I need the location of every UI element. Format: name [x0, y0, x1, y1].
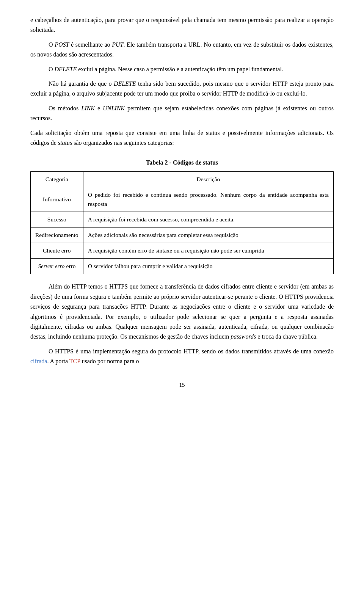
desc-server-erro: O servidor falhou para cumprir e validar…: [83, 259, 333, 274]
table-header-row: Categoria Descrição: [31, 172, 334, 187]
col-header-description: Descrição: [83, 172, 333, 187]
paragraph-1: e cabeçalhos de autenticação, para prova…: [30, 15, 334, 35]
status-codes-table: Categoria Descrição Informativo O pedido…: [30, 171, 334, 274]
col-header-category: Categoria: [31, 172, 83, 187]
paragraph-6: Cada solicitação obtém uma reposta que c…: [30, 128, 334, 148]
table-row: Sucesso A requisição foi recebida com su…: [31, 212, 334, 227]
page: e cabeçalhos de autenticação, para prova…: [0, 0, 364, 593]
desc-redirecionamento: Ações adicionais são necessárias para co…: [83, 227, 333, 243]
paragraph-4: Não há garantia de que o DELETE tenha si…: [30, 79, 334, 99]
table-row: Informativo O pedido foi recebido e cont…: [31, 187, 334, 212]
cifrada-link: cifrada: [30, 358, 47, 364]
category-sucesso: Sucesso: [31, 212, 83, 227]
tcp-text: TCP: [69, 358, 80, 364]
page-number: 15: [30, 382, 334, 388]
category-cliente-erro: Cliente erro: [31, 243, 83, 259]
desc-informativo: O pedido foi recebido e continua sendo p…: [83, 187, 333, 212]
desc-sucesso: A requisição foi recebida com sucesso, c…: [83, 212, 333, 227]
table-title: Tabela 2 - Códigos de status: [30, 159, 334, 166]
category-informativo: Informativo: [31, 187, 83, 212]
paragraph-2: O POST é semelhante ao PUT. Ele também t…: [30, 40, 334, 60]
paragraph-5: Os métodos LINK e UNLINK permitem que se…: [30, 104, 334, 124]
paragraph-after-1: Além do HTTP temos o HTTPS que fornece a…: [30, 282, 334, 342]
desc-cliente-erro: A requisição contém erro de sintaxe ou a…: [83, 243, 333, 259]
table-row: Redirecionamento Ações adicionais são ne…: [31, 227, 334, 243]
category-server-erro: Server erro erro: [31, 259, 83, 274]
category-redirecionamento: Redirecionamento: [31, 227, 83, 243]
table-row: Cliente erro A requisição contém erro de…: [31, 243, 334, 259]
paragraph-3: O DELETE exclui a página. Nesse caso a p…: [30, 64, 334, 74]
paragraph-after-2: O HTTPS é uma implementação segura do pr…: [30, 347, 334, 367]
table-row: Server erro erro O servidor falhou para …: [31, 259, 334, 274]
